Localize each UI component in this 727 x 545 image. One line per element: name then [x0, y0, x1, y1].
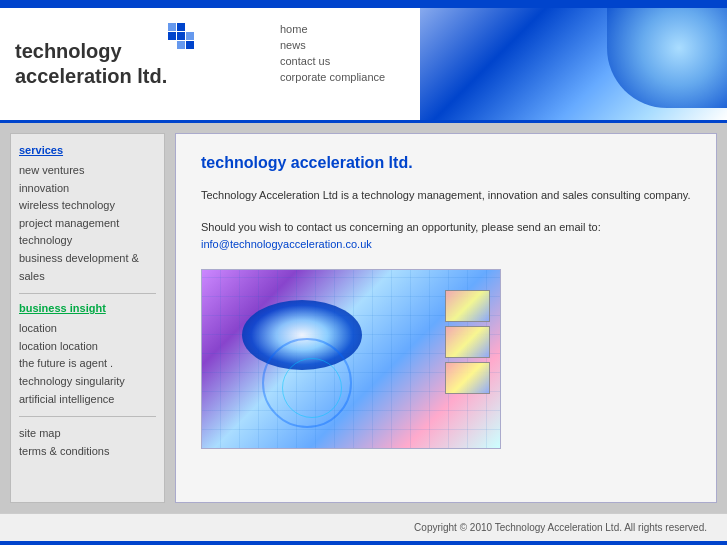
- tech-circle-2: [282, 358, 342, 418]
- content-description: Technology Acceleration Ltd is a technol…: [201, 187, 691, 204]
- nav-news[interactable]: news: [280, 39, 400, 51]
- logo-line2: acceleration ltd.: [15, 65, 167, 87]
- logo-line1: technology: [15, 40, 122, 62]
- sidebar-link-ai[interactable]: artificial intelligence: [19, 391, 156, 409]
- dot: [177, 23, 185, 31]
- sidebar-link-wireless[interactable]: wireless technology: [19, 197, 156, 215]
- logo-dot-grid: [168, 23, 194, 49]
- dot: [177, 41, 185, 49]
- sidebar-link-new-ventures[interactable]: new ventures: [19, 162, 156, 180]
- sidebar-link-terms[interactable]: terms & conditions: [19, 443, 156, 461]
- sidebar-link-technology[interactable]: technology: [19, 232, 156, 250]
- header: technology acceleration ltd. home news c…: [0, 8, 727, 123]
- dot: [177, 32, 185, 40]
- header-image: [420, 8, 727, 120]
- sidebar-link-location2[interactable]: location location: [19, 338, 156, 356]
- sidebar: services new ventures innovation wireles…: [10, 133, 165, 503]
- nav-compliance[interactable]: corporate compliance: [280, 71, 400, 83]
- sidebar-link-innovation[interactable]: innovation: [19, 180, 156, 198]
- dot: [168, 32, 176, 40]
- thumb-1: [445, 290, 490, 322]
- bulb-decoration: [607, 8, 727, 108]
- footer: Copyright © 2010 Technology Acceleration…: [0, 513, 727, 541]
- nav-home[interactable]: home: [280, 23, 400, 35]
- bottom-bar: [0, 541, 727, 545]
- content-area: technology acceleration ltd. Technology …: [175, 133, 717, 503]
- sidebar-link-project[interactable]: project management: [19, 215, 156, 233]
- copyright-text: Copyright © 2010 Technology Acceleration…: [414, 522, 707, 533]
- sidebar-link-business-dev[interactable]: business development & sales: [19, 250, 156, 285]
- services-title: services: [19, 144, 156, 156]
- dot: [186, 32, 194, 40]
- main-wrapper: services new ventures innovation wireles…: [0, 123, 727, 513]
- contact-email[interactable]: info@technologyacceleration.co.uk: [201, 238, 372, 250]
- thumb-2: [445, 326, 490, 358]
- logo-text: technology acceleration ltd.: [15, 39, 167, 89]
- sidebar-link-sitemap[interactable]: site map: [19, 425, 156, 443]
- sidebar-divider-2: [19, 416, 156, 417]
- contact-text: Should you wish to contact us concerning…: [201, 221, 601, 233]
- sidebar-link-location[interactable]: location: [19, 320, 156, 338]
- thumb-3: [445, 362, 490, 394]
- logo-area: technology acceleration ltd.: [0, 8, 260, 120]
- sidebar-divider-1: [19, 293, 156, 294]
- dot: [168, 41, 176, 49]
- sidebar-link-singularity[interactable]: technology singularity: [19, 373, 156, 391]
- sidebar-link-future[interactable]: the future is agent .: [19, 355, 156, 373]
- tech-image: [201, 269, 501, 449]
- tech-thumbnails: [445, 290, 490, 394]
- content-contact: Should you wish to contact us concerning…: [201, 219, 691, 254]
- insight-title: business insight: [19, 302, 156, 314]
- top-bar: [0, 0, 727, 8]
- content-title: technology acceleration ltd.: [201, 154, 691, 172]
- dot: [186, 23, 194, 31]
- dot: [168, 23, 176, 31]
- nav-contact[interactable]: contact us: [280, 55, 400, 67]
- dot: [186, 41, 194, 49]
- header-nav: home news contact us corporate complianc…: [260, 8, 420, 120]
